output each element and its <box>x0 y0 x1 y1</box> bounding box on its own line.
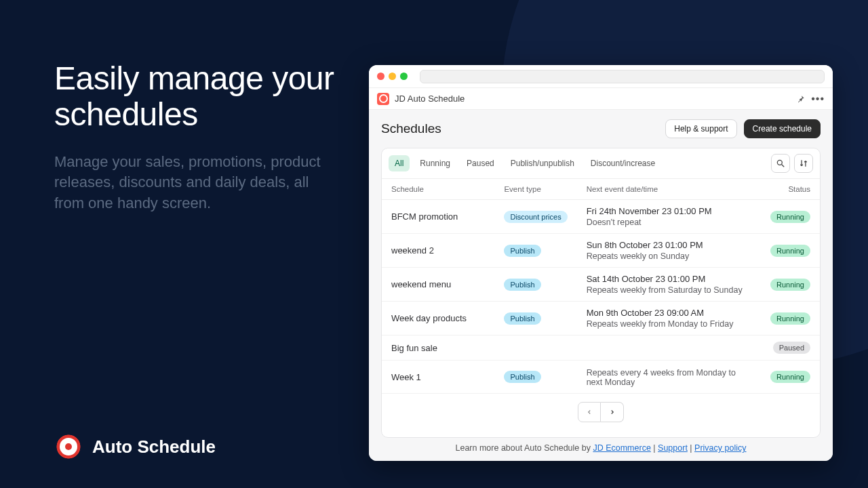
next-event-line1: Sat 14th October 23 01:00 PM <box>587 274 749 284</box>
page-title: Schedules <box>381 121 441 136</box>
marketing-sub: Manage your sales, promotions, product r… <box>54 152 339 214</box>
schedule-name-cell: weekend menu <box>382 268 494 302</box>
svg-line-1 <box>782 165 785 167</box>
col-header-event: Event type <box>494 179 576 200</box>
col-header-status: Status <box>759 179 820 200</box>
status-pill: Running <box>770 279 810 291</box>
footer-link-support[interactable]: Support <box>658 443 688 453</box>
event-type-pill: Publish <box>504 371 540 383</box>
event-type-pill: Publish <box>504 245 540 257</box>
schedule-name-cell: weekend 2 <box>382 234 494 268</box>
next-event-line1: Mon 9th October 23 09:00 AM <box>587 308 749 318</box>
table-row[interactable]: Week day productsPublishMon 9th October … <box>382 302 820 336</box>
schedule-name-cell: Week day products <box>382 302 494 336</box>
table-row[interactable]: Big fun salePaused <box>382 336 820 361</box>
footer-prefix: Learn more about Auto Schedule by <box>456 443 593 453</box>
target-logo-icon <box>54 432 83 461</box>
more-menu-icon[interactable]: ••• <box>811 93 825 105</box>
tab-paused[interactable]: Paused <box>460 155 500 171</box>
next-event-line2: Repeats every 4 weeks from Monday to nex… <box>587 368 749 387</box>
footer-link-privacy[interactable]: Privacy policy <box>694 443 746 453</box>
table-row[interactable]: Week 1PublishRepeats every 4 weeks from … <box>382 361 820 394</box>
event-type-pill: Discount prices <box>504 211 567 223</box>
search-icon[interactable] <box>771 154 790 173</box>
event-type-pill: Publish <box>504 312 540 325</box>
status-pill: Running <box>770 312 810 325</box>
brand-lockup: Auto Schedule <box>54 432 216 461</box>
schedule-name-cell: Week 1 <box>382 361 494 394</box>
col-header-schedule: Schedule <box>382 179 494 200</box>
page-header: Schedules Help & support Create schedule <box>381 119 821 138</box>
schedule-name-cell: BFCM promotion <box>382 200 494 234</box>
schedules-table: Schedule Event type Next event date/time… <box>382 179 820 394</box>
table-row[interactable]: weekend menuPublishSat 14th October 23 0… <box>382 268 820 302</box>
status-pill: Paused <box>773 342 810 354</box>
sort-icon[interactable] <box>794 154 813 173</box>
minimize-window-icon[interactable] <box>389 73 396 80</box>
next-event-line2: Doesn't repeat <box>587 218 749 227</box>
create-schedule-button[interactable]: Create schedule <box>744 119 821 138</box>
marketing-copy: Easily manage your schedules Manage your… <box>54 61 339 214</box>
window-titlebar <box>369 65 833 88</box>
next-event-line2: Repeats weekly on Sunday <box>587 251 749 261</box>
pagination <box>382 394 820 430</box>
url-bar[interactable] <box>420 70 825 83</box>
marketing-headline: Easily manage your schedules <box>54 61 339 133</box>
status-pill: Running <box>770 211 810 223</box>
app-toolbar: JD Auto Schedule ••• <box>369 88 833 110</box>
status-pill: Running <box>770 245 810 257</box>
close-window-icon[interactable] <box>377 73 384 80</box>
footer-link-jd[interactable]: JD Ecommerce <box>593 443 650 453</box>
table-row[interactable]: BFCM promotionDiscount pricesFri 24th No… <box>382 200 820 234</box>
tab-publish-unpublish[interactable]: Publish/unpublish <box>505 155 580 171</box>
page-next-button[interactable] <box>601 402 624 422</box>
schedule-name-cell: Big fun sale <box>382 336 494 361</box>
next-event-line2: Repeats weekly from Monday to Friday <box>587 319 749 329</box>
schedules-card: All Running Paused Publish/unpublish Dis… <box>381 148 821 438</box>
page-prev-button[interactable] <box>578 402 601 422</box>
filter-tabs: All Running Paused Publish/unpublish Dis… <box>382 148 820 179</box>
tab-all[interactable]: All <box>389 155 410 171</box>
svg-point-0 <box>777 160 782 165</box>
table-row[interactable]: weekend 2PublishSun 8th October 23 01:00… <box>382 234 820 268</box>
footer-links: Learn more about Auto Schedule by JD Eco… <box>381 438 821 454</box>
event-type-pill: Publish <box>504 279 540 291</box>
next-event-line2: Repeats weekly from Saturday to Sunday <box>587 285 749 295</box>
pin-icon[interactable] <box>796 94 806 104</box>
app-logo-icon <box>377 93 389 105</box>
next-event-line1: Sun 8th October 23 01:00 PM <box>587 240 749 250</box>
next-event-line1: Fri 24th November 23 01:00 PM <box>587 206 749 216</box>
status-pill: Running <box>770 371 810 383</box>
col-header-next: Next event date/time <box>577 179 759 200</box>
brand-name: Auto Schedule <box>92 436 216 458</box>
tab-discount-increase[interactable]: Discount/increase <box>585 155 661 171</box>
app-window: JD Auto Schedule ••• Schedules Help & su… <box>369 65 833 461</box>
tab-running[interactable]: Running <box>414 155 456 171</box>
app-title: JD Auto Schedule <box>395 94 465 104</box>
maximize-window-icon[interactable] <box>400 73 408 80</box>
help-support-button[interactable]: Help & support <box>665 119 736 138</box>
